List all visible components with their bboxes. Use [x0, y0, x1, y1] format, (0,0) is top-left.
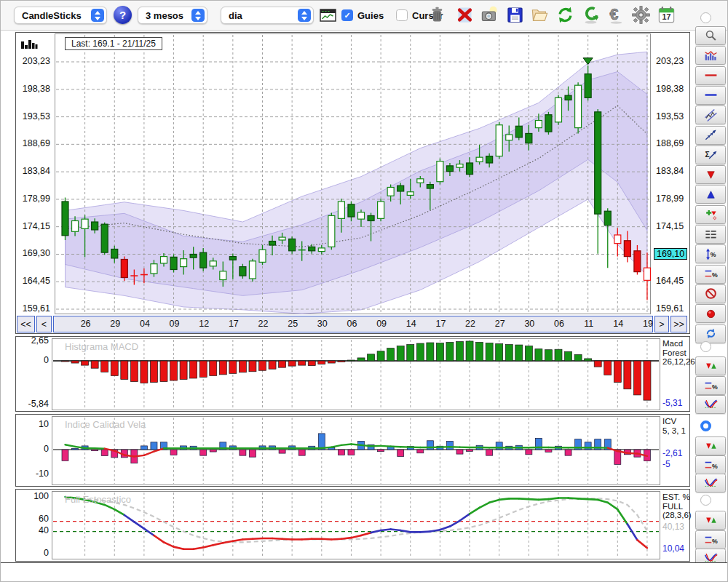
main-panel-radio[interactable] [700, 12, 711, 23]
interval-select[interactable]: dia [221, 7, 314, 24]
percent-lines-button[interactable]: % [695, 530, 726, 549]
settings-gear-button[interactable] [631, 5, 651, 25]
curves-button[interactable] [695, 395, 726, 414]
svg-text:%: % [712, 271, 718, 279]
date-tick-label: 06 [550, 319, 568, 329]
svg-text:€: € [610, 6, 619, 23]
blue-line-button[interactable] [695, 86, 726, 105]
date-tick-label: 14 [403, 319, 420, 329]
icv-settings-label: ICV 5, 3, 1 [662, 417, 686, 435]
price-tick-label: 159,61 [656, 303, 689, 314]
price-tick-label: 198,38 [17, 84, 50, 94]
levels-icon [704, 228, 718, 242]
guies-checkbox[interactable] [341, 9, 353, 21]
date-tick-label: 14 [609, 319, 627, 329]
period-value: 3 mesos [146, 10, 183, 21]
chart-type-select[interactable]: CandleSticks [14, 7, 107, 24]
price-tick-label: 188,69 [17, 138, 50, 148]
forbidden-icon [704, 287, 718, 300]
price-tick-label: 164,45 [656, 276, 689, 286]
stoch-tick-label: 40 [17, 525, 49, 535]
levels-button[interactable] [695, 225, 726, 244]
zoom-icon [704, 29, 718, 43]
price-tick-label: 169,30 [17, 248, 50, 258]
date-tick-label: 30 [314, 319, 331, 329]
chart-settings-icon[interactable] [319, 8, 337, 23]
macd-settings-label: Macd Forest 26,12,26 [662, 339, 695, 367]
nav-next-button[interactable]: > [654, 316, 669, 332]
percent-lines-button[interactable]: % [695, 376, 726, 395]
svg-text:%: % [712, 383, 718, 391]
stoch-right-line: (28,3,6) [662, 511, 692, 520]
forbidden-button[interactable] [695, 284, 726, 303]
minichart-button[interactable] [695, 46, 726, 65]
refresh-button[interactable] [555, 5, 575, 25]
icv-right-line: 5, 3, 1 [662, 426, 686, 436]
sigma-trend-button[interactable]: Σ [695, 146, 726, 164]
red-line-button[interactable] [695, 66, 726, 85]
refresh-blue-button[interactable] [695, 324, 726, 343]
trash-button[interactable] [427, 5, 447, 25]
percent-lines-icon: % [704, 267, 718, 281]
price-tick-label: 193,53 [656, 111, 689, 121]
date-tick-label: 17 [225, 319, 242, 329]
nav-last-button[interactable]: >> [670, 316, 687, 332]
settings-gear-icon [631, 5, 651, 25]
percent-lines-icon: % [704, 458, 718, 472]
arrow-down-red-button[interactable] [695, 165, 726, 184]
icv-value-2: -5 [662, 459, 670, 469]
help-button[interactable]: ? [114, 6, 132, 24]
add-signals-button[interactable] [695, 205, 726, 224]
status-bar: ACCIONA (ANA.MC) /Users/mserra/Library/C… [1, 562, 728, 582]
percent-lines-icon: % [704, 533, 718, 547]
arrow-up-blue-button[interactable] [695, 185, 726, 204]
curves-icon [704, 398, 718, 412]
app-window: { "toolbar": { "chart_type_select": {"va… [0, 0, 728, 582]
macd-histogram-chart [52, 338, 660, 410]
cursor-checkbox[interactable] [396, 9, 408, 21]
period-select[interactable]: 3 mesos [138, 7, 207, 24]
updown-arrows-button[interactable] [695, 511, 726, 530]
icv-panel-radio[interactable] [700, 420, 711, 431]
date-tick-label: 06 [343, 319, 360, 329]
save-button[interactable] [505, 5, 525, 25]
zoom-button[interactable] [695, 26, 726, 45]
macd-panel-radio[interactable] [700, 341, 711, 352]
calendar-button[interactable]: 17 [657, 5, 676, 25]
price-tick-label: 174,15 [656, 221, 689, 231]
trash-icon [427, 5, 447, 25]
price-tick-label: 174,15 [17, 221, 50, 231]
help-label: ? [119, 9, 126, 21]
percent-lines-button[interactable]: % [695, 265, 726, 284]
curves-button[interactable] [695, 474, 726, 493]
measure-percent-button[interactable]: % [695, 244, 726, 263]
camera-icon [480, 5, 499, 25]
stoch-right-line: FULL [662, 502, 692, 511]
sync-button[interactable] [581, 5, 601, 25]
candlestick-chart [55, 33, 651, 314]
open-folder-button[interactable] [530, 5, 550, 25]
camera-button[interactable] [480, 5, 499, 25]
nav-prev-button[interactable]: < [36, 316, 52, 332]
channel-button[interactable] [695, 105, 726, 124]
trendline-button[interactable] [695, 126, 726, 145]
svg-text:%: % [710, 251, 716, 258]
mini-histogram-icon[interactable] [20, 36, 39, 51]
price-tick-label: 183,84 [656, 166, 689, 176]
delete-x-button[interactable] [455, 5, 475, 25]
percent-lines-icon: % [704, 379, 718, 393]
record-button[interactable] [695, 304, 726, 323]
stoch-panel-radio[interactable] [700, 495, 711, 506]
stoch-tick-label: 60 [17, 514, 49, 524]
percent-lines-button[interactable]: % [695, 455, 726, 474]
updown-arrows-button[interactable] [695, 436, 726, 455]
price-tick-label: 183,84 [17, 166, 50, 176]
price-tick-label: 188,69 [656, 138, 689, 148]
macd-title: Histgrama MACD [65, 341, 138, 352]
date-tick-label: 09 [373, 319, 390, 329]
updown-arrows-button[interactable] [695, 356, 726, 375]
euro-button[interactable]: € [606, 5, 626, 25]
date-tick-label: 30 [521, 319, 538, 329]
macd-value: -5,31 [662, 398, 682, 408]
nav-first-button[interactable]: << [17, 316, 35, 332]
